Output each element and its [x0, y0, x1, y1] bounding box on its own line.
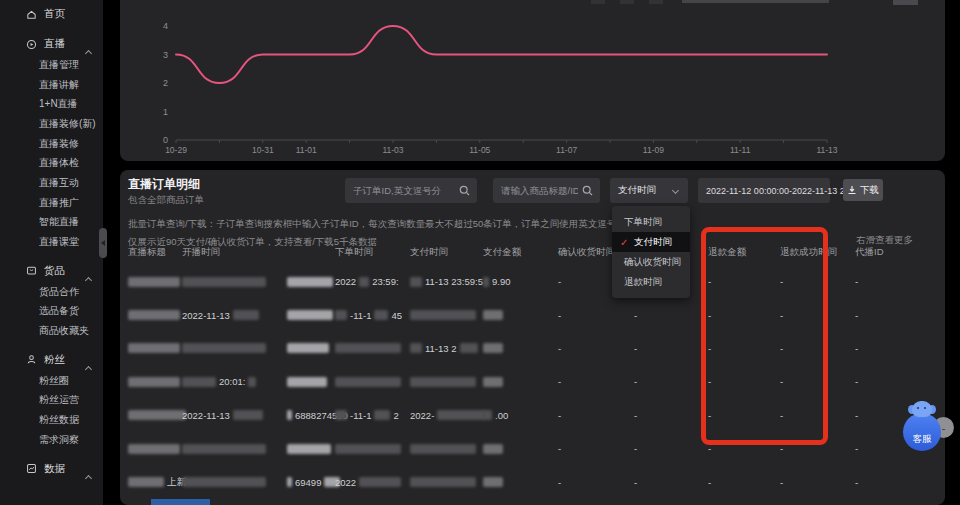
sidebar-item-直播装修[interactable]: 直播装修: [0, 134, 103, 154]
svg-text:11-07: 11-07: [556, 145, 577, 155]
sidebar-item-直播互动[interactable]: 直播互动: [0, 173, 103, 193]
cell-text: -: [855, 310, 858, 321]
cell-order: -11-145: [335, 298, 402, 331]
menu-item-退款时间[interactable]: 退款时间: [612, 272, 690, 292]
sidebar-item-需求洞察[interactable]: 需求洞察: [0, 430, 103, 450]
cell-agent: -: [855, 332, 858, 365]
cell-text: 23:59:: [372, 276, 398, 287]
cell-agent: -: [855, 432, 858, 465]
cell-text: -: [855, 410, 858, 421]
cell-text: -: [634, 477, 637, 488]
sidebar-section-直播[interactable]: 直播: [0, 33, 103, 55]
cell-amount: [483, 465, 503, 498]
sidebar-collapse-handle[interactable]: [99, 228, 107, 258]
redacted-text: [182, 477, 266, 487]
redacted-text: [287, 310, 333, 320]
sidebar-section-label: 粉丝: [44, 353, 65, 367]
col-header-start: 开播时间: [182, 246, 220, 259]
home-icon: [26, 9, 37, 20]
product-search-input[interactable]: [493, 185, 582, 196]
sidebar-section-首页[interactable]: 首页: [0, 3, 103, 25]
cell-title: [128, 332, 180, 365]
date-start: 2022-11-12 00:00:00: [706, 186, 789, 196]
cell-refund_success: -: [780, 332, 783, 365]
sidebar-item-粉丝运营[interactable]: 粉丝运营: [0, 391, 103, 411]
svg-text:11-05: 11-05: [469, 145, 490, 155]
cell-text: 9.90: [492, 276, 511, 287]
redacted-text: [287, 477, 292, 487]
sub-order-search-field[interactable]: [345, 178, 477, 203]
svg-text:11-09: 11-09: [643, 145, 664, 155]
menu-item-支付时间[interactable]: ✓支付时间: [612, 232, 690, 252]
cell-agent: -: [855, 265, 858, 298]
sidebar-item-商品收藏夹[interactable]: 商品收藏夹: [0, 321, 103, 341]
sidebar-item-1+N直播[interactable]: 1+N直播: [0, 94, 103, 114]
cell-text: 69499: [295, 477, 321, 488]
svg-text:11-01: 11-01: [296, 145, 317, 155]
sidebar-item-选品备货[interactable]: 选品备货: [0, 302, 103, 322]
cell-refund_time: -: [634, 365, 637, 398]
sidebar-section-货品[interactable]: 货品: [0, 260, 103, 282]
cell-text: -: [708, 477, 711, 488]
cell-text: 2022: [335, 276, 356, 287]
cell-text: 2022-: [410, 410, 434, 421]
sidebar-item-粉丝数据[interactable]: 粉丝数据: [0, 410, 103, 430]
cell-text: -: [708, 410, 711, 421]
cell-text: -: [855, 477, 858, 488]
sidebar-item-直播体检[interactable]: 直播体检: [0, 153, 103, 173]
redacted-text: [182, 444, 266, 454]
elephant-eye: [924, 407, 926, 409]
cell-order: 202223:59:: [335, 265, 399, 298]
cell-refund_amount: -: [708, 432, 711, 465]
cell-refund_success: -: [780, 265, 783, 298]
cell-title: 上新: [128, 465, 186, 498]
menu-item-下单时间[interactable]: 下单时间: [612, 212, 690, 232]
cell-text: 2: [393, 410, 398, 421]
cell-text: .00: [495, 410, 508, 421]
sidebar-item-直播推广[interactable]: 直播推广: [0, 193, 103, 213]
sidebar-item-直播课堂[interactable]: 直播课堂: [0, 232, 103, 252]
cell-id: [287, 265, 333, 298]
cell-confirm: -: [558, 332, 561, 365]
table-row: 20:01:-----: [120, 365, 945, 398]
sidebar-item-直播讲解[interactable]: 直播讲解: [0, 75, 103, 95]
search-icon: [582, 185, 593, 196]
date-range-picker[interactable]: 2022-11-12 00:00:00 - 2022-11-13 23:59:: [698, 178, 830, 203]
cutoff-tab: [620, 0, 634, 4]
sidebar-item-直播装修(新)[interactable]: 直播装修(新): [0, 114, 103, 134]
cell-text: -: [558, 376, 561, 387]
cell-text: -: [558, 410, 561, 421]
sidebar-section-label: 数据: [44, 462, 65, 476]
customer-service-button[interactable]: 客服: [903, 413, 941, 451]
time-type-select[interactable]: 支付时间: [610, 178, 688, 203]
product-search-field[interactable]: [493, 178, 600, 203]
cell-refund_time: -: [634, 298, 637, 331]
cell-order: 2022: [335, 465, 401, 498]
order-detail-card: 直播订单明细 包含全部商品订单 支付时间 2022-11-12 00:00:00…: [120, 170, 945, 505]
sidebar-section-数据[interactable]: 数据: [0, 458, 103, 480]
cell-text: -: [855, 276, 858, 287]
redacted-text: [374, 310, 388, 320]
sub-order-search-input[interactable]: [345, 185, 459, 196]
cell-text: -: [780, 443, 783, 454]
sidebar-item-智能直播[interactable]: 智能直播: [0, 213, 103, 233]
menu-item-确认收货时间[interactable]: 确认收货时间: [612, 252, 690, 272]
redacted-text: [460, 343, 478, 353]
redacted-text: [483, 410, 492, 420]
cell-refund_time: -: [634, 399, 637, 432]
fans-icon: [26, 354, 37, 365]
redacted-text: [437, 410, 485, 420]
redacted-text: [483, 377, 503, 387]
cutoff-tab: [591, 0, 605, 4]
cell-amount: 9.90: [483, 265, 511, 298]
download-button[interactable]: 下载: [843, 179, 883, 201]
customer-service-widget[interactable]: - 客服: [901, 401, 953, 453]
redacted-text: [335, 310, 347, 320]
cell-start: [182, 465, 266, 498]
bottom-cutoff-button[interactable]: [151, 499, 210, 505]
search-icon: [459, 185, 470, 196]
sidebar-section-粉丝[interactable]: 粉丝: [0, 349, 103, 371]
cell-text: -: [708, 376, 711, 387]
redacted-text: [410, 444, 476, 454]
cell-title: [128, 365, 180, 398]
